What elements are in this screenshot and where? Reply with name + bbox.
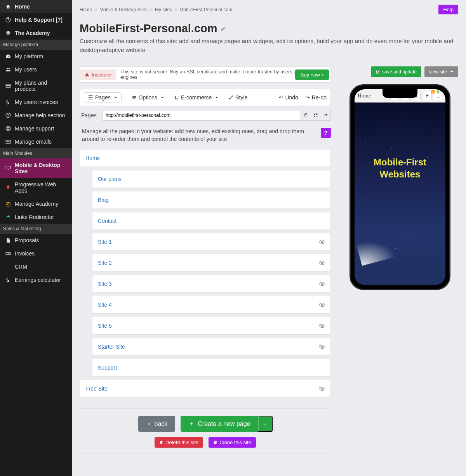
breadcrumb-item[interactable]: My sites (155, 7, 172, 12)
svg-rect-18 (314, 114, 315, 115)
nav-progressive-web-apps[interactable]: Progressive Web Apps (0, 178, 72, 197)
view-site-button[interactable]: view site (424, 66, 458, 77)
insecure-alert: Insecure This site is not secure. Buy an… (80, 66, 331, 83)
page-item[interactable]: Our plans (92, 170, 331, 188)
buy-now-button[interactable]: Buy now › (295, 69, 329, 80)
svg-point-9 (7, 128, 9, 130)
nav-my-users-invoices[interactable]: My users invoices (0, 96, 72, 109)
nav-my-platform[interactable]: My platform (0, 50, 72, 63)
nav-label: Manage emails (15, 139, 52, 145)
creditcard-icon (5, 83, 12, 89)
page-item[interactable]: Site 3 (92, 275, 331, 293)
hidden-icon[interactable] (319, 323, 325, 329)
clone-site-button[interactable]: Clone this site (209, 437, 256, 448)
create-page-button[interactable]: ＋ Create a new page (181, 416, 258, 432)
page-item[interactable]: Site 2 (92, 254, 331, 272)
nav-label: Mobile & Desktop Sites (15, 162, 67, 174)
page-label: Site 3 (98, 281, 112, 287)
dollar-icon (5, 277, 12, 283)
nav-links-redirector[interactable]: Links Redirector (0, 210, 72, 224)
breadcrumb-item[interactable]: Home (80, 7, 92, 12)
undo-button[interactable]: ↶ Undo (278, 94, 298, 101)
back-button[interactable]: back (138, 416, 176, 432)
breadcrumb-item: MobileFirst-Personal.com (179, 7, 232, 12)
breadcrumb: Home>Mobile & Desktop Sites>My sites>Mob… (80, 7, 232, 12)
page-label: Site 5 (98, 323, 112, 329)
nav-the-academy[interactable]: The Academy (0, 26, 72, 40)
page-item[interactable]: Site 4 (92, 296, 331, 314)
nav-help-support-7-[interactable]: Help & Support [7] (0, 13, 72, 26)
users-icon (5, 67, 12, 72)
nav-label: The Academy (15, 30, 50, 36)
share-icon (5, 214, 12, 220)
nav-label: Links Redirector (15, 214, 54, 220)
svg-rect-20 (314, 116, 315, 117)
chevron-right-icon: › (322, 72, 323, 78)
url-input[interactable] (103, 111, 300, 120)
share-icon[interactable] (320, 110, 330, 120)
page-label: Blog (98, 197, 109, 203)
nav-manage-help-section[interactable]: Manage help section (0, 109, 72, 122)
page-item[interactable]: Contact (92, 212, 331, 230)
create-page-dropdown[interactable] (258, 416, 273, 432)
edit-title-icon[interactable] (221, 26, 226, 31)
page-label: Free Site (85, 386, 108, 392)
nav-crm[interactable]: CRM (0, 260, 72, 273)
hidden-icon[interactable] (319, 302, 325, 308)
brush-icon (228, 95, 233, 100)
page-item[interactable]: Home (80, 149, 331, 167)
qr-icon[interactable] (310, 110, 320, 120)
desktop-icon (5, 165, 12, 171)
nav-label: Help & Support [7] (15, 17, 63, 23)
copy-icon[interactable] (300, 110, 310, 120)
hidden-icon[interactable] (319, 281, 325, 287)
hidden-icon[interactable] (319, 386, 325, 392)
nav-earnings-calculator[interactable]: Earnings calculator (0, 273, 72, 287)
page-item[interactable]: Site 1 (92, 233, 331, 251)
phone-status-icons: ●●📶🔋 (426, 90, 440, 94)
ecommerce-dropdown[interactable]: E-commerce (174, 94, 218, 101)
hidden-icon[interactable] (319, 260, 325, 266)
redo-button[interactable]: ↷ Re-do (305, 94, 327, 101)
style-button[interactable]: Style (228, 94, 247, 101)
nav-proposals[interactable]: Proposals (0, 234, 72, 247)
help-question-button[interactable]: ? (321, 128, 331, 138)
pages-dropdown[interactable]: ☰ Pages (84, 92, 122, 102)
nav-manage-emails[interactable]: Manage emails (0, 135, 72, 148)
hidden-icon[interactable] (319, 239, 325, 245)
save-icon (376, 70, 380, 74)
svg-point-3 (9, 68, 10, 69)
help-button[interactable]: Help (438, 5, 458, 14)
nav-invoices[interactable]: Invoices (0, 247, 72, 260)
hidden-icon[interactable] (319, 344, 325, 350)
envelope-icon (5, 139, 12, 144)
editor-toolbar: ☰ Pages Options E-commerce Style (80, 89, 331, 106)
delete-site-button[interactable]: Delete this site (155, 437, 203, 448)
nav-manage-support[interactable]: Manage support (0, 122, 72, 135)
nav-label: Manage Academy (15, 201, 58, 207)
nav-my-plans-and-products[interactable]: My plans and products (0, 76, 72, 96)
nav-mobile-desktop-sites[interactable]: Mobile & Desktop Sites (0, 158, 72, 178)
svg-point-17 (177, 99, 178, 100)
phone-notch (383, 89, 417, 98)
page-item[interactable]: Site 5 (92, 317, 331, 335)
save-update-button[interactable]: save and update (371, 66, 421, 77)
nav-manage-academy[interactable]: Manage Academy (0, 197, 72, 210)
nav-home[interactable]: Home (0, 0, 72, 13)
instructions-text: Manage all the pages in your website: ad… (80, 128, 316, 143)
page-label: Site 2 (98, 260, 112, 266)
page-list: HomeOur plansBlogContactSite 1Site 2Site… (80, 149, 331, 398)
options-dropdown[interactable]: Options (132, 94, 164, 101)
breadcrumb-item[interactable]: Mobile & Desktop Sites (99, 7, 148, 12)
phone-home-indicator (383, 286, 417, 287)
page-item[interactable]: Support (92, 359, 331, 377)
page-item[interactable]: Free Site (80, 380, 331, 398)
url-field (102, 110, 331, 121)
list-icon: ☰ (88, 94, 93, 101)
nav-my-users[interactable]: My users (0, 63, 72, 76)
nav-label: Progressive Web Apps (15, 181, 67, 194)
page-item[interactable]: Starter Site (92, 338, 331, 356)
pages-label: Pages (80, 112, 98, 118)
nav-label: Manage help section (15, 112, 65, 118)
page-item[interactable]: Blog (92, 191, 331, 209)
